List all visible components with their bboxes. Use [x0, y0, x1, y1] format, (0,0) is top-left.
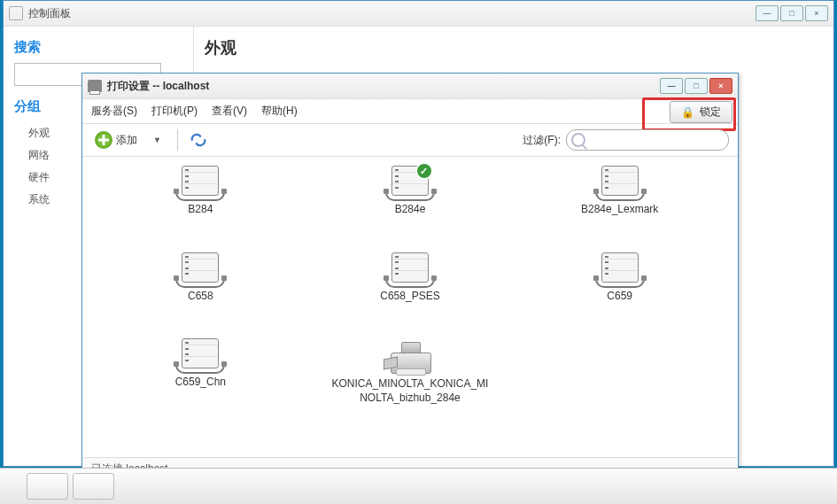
print-server-icon: [181, 166, 220, 199]
lock-icon: 🔒: [681, 106, 694, 119]
refresh-button[interactable]: [189, 132, 208, 148]
printer-item[interactable]: C658_PSES: [330, 252, 490, 304]
printer-label: C658_PSES: [380, 290, 439, 304]
control-panel-icon: [9, 6, 23, 20]
menu-bar: 服务器(S) 打印机(P) 查看(V) 帮助(H) 🔒 锁定: [82, 99, 738, 124]
main-heading: 外观: [205, 37, 823, 58]
menu-server[interactable]: 服务器(S): [91, 104, 137, 119]
maximize-button[interactable]: □: [685, 78, 708, 94]
printer-label: C658: [188, 290, 213, 304]
plus-icon: [95, 131, 112, 149]
printer-label: B284e_Lexmark: [581, 203, 658, 217]
search-heading: 搜索: [14, 39, 182, 56]
lock-button[interactable]: 🔒 锁定: [670, 101, 732, 123]
print-settings-titlebar[interactable]: 打印设置 -- localhost — □ ×: [82, 74, 738, 99]
taskbar-button[interactable]: [27, 473, 68, 500]
window-title: 打印设置 -- localhost: [107, 79, 209, 94]
maximize-button[interactable]: □: [780, 5, 803, 21]
taskbar-button[interactable]: [73, 473, 114, 500]
separator: [177, 129, 178, 151]
taskbar[interactable]: [0, 468, 837, 504]
printer-label: B284: [188, 203, 213, 217]
printer-device-icon: [384, 338, 437, 374]
printer-label: B284e: [395, 203, 426, 217]
add-dropdown[interactable]: ▼: [148, 136, 167, 144]
toolbar: 添加 ▼ 过滤(F):: [82, 124, 738, 157]
print-server-icon: [391, 252, 430, 286]
print-server-icon: [601, 166, 639, 199]
print-settings-window: 打印设置 -- localhost — □ × 服务器(S) 打印机(P) 查看…: [81, 73, 739, 480]
add-button[interactable]: 添加: [91, 129, 141, 151]
print-server-icon: ✓: [391, 166, 430, 199]
printer-item[interactable]: B284: [120, 166, 280, 217]
close-button[interactable]: ×: [709, 78, 732, 94]
printer-item[interactable]: KONICA_MINOLTA_KONICA_MINOLTA_bizhub_284…: [330, 338, 490, 405]
print-server-icon: [181, 338, 220, 372]
printer-item[interactable]: C659_Chn: [120, 338, 280, 405]
printer-item[interactable]: B284e_Lexmark: [540, 166, 700, 217]
printer-item[interactable]: C658: [120, 252, 280, 304]
printer-item[interactable]: C659: [540, 252, 700, 304]
printer-label: C659_Chn: [175, 376, 226, 390]
menu-help[interactable]: 帮助(H): [261, 104, 298, 119]
minimize-button[interactable]: —: [660, 78, 683, 94]
printer-label: KONICA_MINOLTA_KONICA_MINOLTA_bizhub_284…: [330, 377, 490, 405]
print-server-icon: [181, 252, 220, 286]
printer-item[interactable]: ✓B284e: [330, 166, 490, 217]
control-panel-titlebar[interactable]: 控制面板 — □ ×: [4, 1, 833, 27]
search-icon: [571, 133, 585, 147]
menu-printer[interactable]: 打印机(P): [151, 104, 198, 119]
add-label: 添加: [116, 133, 137, 148]
close-button[interactable]: ×: [805, 5, 828, 21]
print-server-icon: [601, 252, 639, 286]
lock-label: 锁定: [700, 105, 721, 120]
default-check-icon: ✓: [415, 162, 433, 180]
filter-label: 过滤(F):: [523, 133, 561, 148]
control-panel-title: 控制面板: [28, 6, 71, 21]
printer-list[interactable]: B284✓B284eB284e_LexmarkC658C658_PSESC659…: [82, 157, 738, 467]
printer-label: C659: [607, 290, 632, 304]
filter-input[interactable]: [566, 129, 729, 151]
minimize-button[interactable]: —: [756, 5, 779, 21]
menu-view[interactable]: 查看(V): [212, 104, 247, 119]
printer-icon: [88, 80, 102, 92]
